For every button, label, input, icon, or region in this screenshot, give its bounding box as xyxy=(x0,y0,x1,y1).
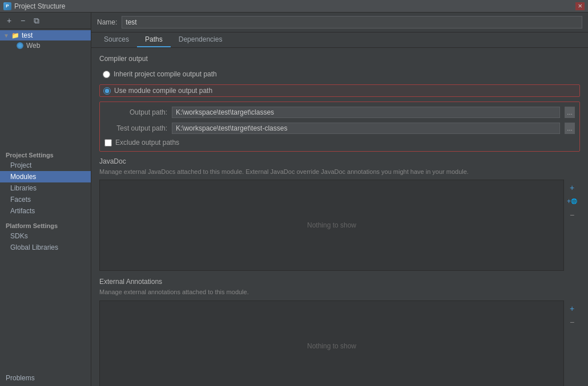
javadoc-section: JavaDoc Manage external JavaDocs attache… xyxy=(99,157,580,271)
tabs-bar: Sources Paths Dependencies xyxy=(91,32,588,48)
javadoc-title: JavaDoc xyxy=(99,157,580,165)
sidebar-item-modules[interactable]: Modules xyxy=(0,171,91,182)
tree-label-web: Web xyxy=(26,42,40,50)
exclude-label: Exclude output paths xyxy=(115,139,179,147)
name-input[interactable] xyxy=(122,16,582,29)
sidebar: + − ⧉ ▼ 📁 test Web Project Settings Proj… xyxy=(0,13,91,386)
sidebar-bottom: Problems xyxy=(0,370,91,386)
javadoc-desc: Manage external JavaDocs attached to thi… xyxy=(99,168,580,176)
remove-button[interactable]: − xyxy=(17,15,29,26)
sidebar-item-project[interactable]: Project xyxy=(0,160,91,171)
javadoc-add-button[interactable]: + xyxy=(566,182,578,193)
tree-arrow-test: ▼ xyxy=(3,32,9,39)
javadoc-remove-button[interactable]: − xyxy=(566,209,578,221)
ext-annotations-actions: + − xyxy=(564,300,580,386)
copy-button[interactable]: ⧉ xyxy=(31,15,42,26)
javadoc-add-url-button[interactable]: +🌐 xyxy=(566,196,578,207)
name-label: Name: xyxy=(97,18,117,26)
compiler-output-label: Compiler output xyxy=(99,55,580,63)
tab-sources[interactable]: Sources xyxy=(96,32,137,47)
ext-annotations-add-button[interactable]: + xyxy=(566,303,578,314)
inherit-label: Inherit project compile output path xyxy=(114,70,217,78)
tree-item-web[interactable]: Web xyxy=(0,40,91,51)
sidebar-item-facets[interactable]: Facets xyxy=(0,194,91,205)
ext-annotations-list-container: Nothing to show + − xyxy=(99,300,580,386)
tree-label-test: test xyxy=(22,31,33,39)
ext-annotations-title: External Annotations xyxy=(99,278,580,286)
test-output-path-browse-button[interactable]: … xyxy=(565,123,575,134)
project-settings-label: Project Settings xyxy=(0,148,91,160)
tab-dependencies[interactable]: Dependencies xyxy=(171,32,231,47)
sidebar-item-problems[interactable]: Problems xyxy=(0,372,91,384)
use-module-label: Use module compile output path xyxy=(114,87,212,95)
ext-annotations-remove-button[interactable]: − xyxy=(566,316,578,328)
test-output-path-label: Test output path: xyxy=(104,124,167,132)
test-output-path-input[interactable] xyxy=(172,123,560,134)
javadoc-empty-label: Nothing to show xyxy=(307,221,356,229)
inherit-radio[interactable] xyxy=(103,71,110,78)
title-bar-left: P Project Structure xyxy=(3,2,65,10)
test-output-path-row: Test output path: … xyxy=(100,120,579,136)
tree-item-test[interactable]: ▼ 📁 test xyxy=(0,30,91,40)
main-layout: + − ⧉ ▼ 📁 test Web Project Settings Proj… xyxy=(0,13,588,386)
folder-icon-test: 📁 xyxy=(11,31,19,39)
javadoc-list-container: Nothing to show + +🌐 − xyxy=(99,180,580,271)
inherit-option-row: Inherit project compile output path xyxy=(99,68,580,80)
right-panel: Name: Sources Paths Dependencies Compile… xyxy=(91,13,588,386)
sidebar-toolbar: + − ⧉ xyxy=(0,13,91,29)
exclude-checkbox-row: Exclude output paths xyxy=(100,136,579,149)
use-module-radio[interactable] xyxy=(103,87,111,95)
javadoc-actions: + +🌐 − xyxy=(564,180,580,271)
title-bar: P Project Structure ✕ xyxy=(0,0,588,13)
use-module-option-row: Use module compile output path xyxy=(99,84,580,97)
sidebar-nav: Project Settings Project Modules Librari… xyxy=(0,146,91,255)
tree-area: ▼ 📁 test Web xyxy=(0,29,91,146)
window-title: Project Structure xyxy=(14,2,65,10)
ext-annotations-list: Nothing to show xyxy=(99,300,564,386)
javadoc-list: Nothing to show xyxy=(99,180,564,271)
output-path-row: Output path: … xyxy=(100,104,579,120)
app-icon: P xyxy=(3,2,11,10)
ext-annotations-desc: Manage external annotations attached to … xyxy=(99,288,580,296)
sidebar-item-libraries[interactable]: Libraries xyxy=(0,182,91,194)
web-icon xyxy=(16,42,24,50)
sidebar-item-global-libraries[interactable]: Global Libraries xyxy=(0,242,91,253)
ext-annotations-section: External Annotations Manage external ann… xyxy=(99,278,580,386)
close-button[interactable]: ✕ xyxy=(575,2,585,10)
output-paths-box: Output path: … Test output path: … Exclu… xyxy=(99,101,580,152)
exclude-checkbox[interactable] xyxy=(104,139,112,147)
content-area: Compiler output Inherit project compile … xyxy=(91,48,588,386)
name-bar: Name: xyxy=(91,13,588,32)
output-path-label: Output path: xyxy=(104,108,167,116)
output-path-input[interactable] xyxy=(172,107,560,118)
tab-paths[interactable]: Paths xyxy=(137,32,171,47)
sidebar-item-sdks[interactable]: SDKs xyxy=(0,230,91,242)
output-path-browse-button[interactable]: … xyxy=(565,107,575,118)
sidebar-item-artifacts[interactable]: Artifacts xyxy=(0,205,91,217)
add-button[interactable]: + xyxy=(3,15,15,26)
platform-settings-label: Platform Settings xyxy=(0,217,91,230)
ext-annotations-empty-label: Nothing to show xyxy=(307,342,356,350)
